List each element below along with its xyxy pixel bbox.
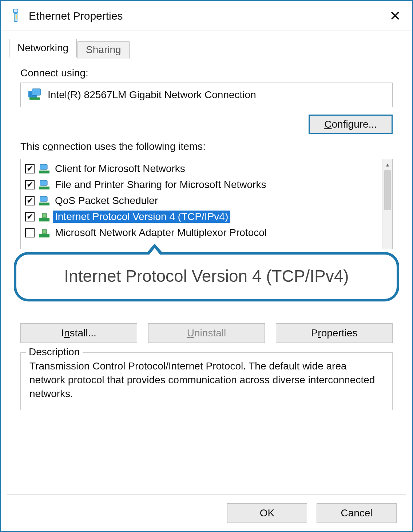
- list-item-label[interactable]: Client for Microsoft Networks: [53, 163, 187, 175]
- svg-rect-6: [29, 97, 40, 100]
- description-text: Transmission Control Protocol/Internet P…: [29, 359, 384, 400]
- callout-bubble: Internet Protocol Version 4 (TCP/IPv4): [14, 252, 399, 301]
- svg-rect-14: [42, 213, 47, 218]
- svg-rect-15: [39, 234, 49, 237]
- items-label: This connection uses the following items…: [20, 141, 393, 152]
- ok-button[interactable]: OK: [227, 503, 307, 523]
- checkbox[interactable]: ✔: [25, 196, 35, 205]
- list-item[interactable]: Microsoft Network Adapter Multiplexor Pr…: [24, 225, 382, 241]
- adapter-icon: [27, 88, 42, 102]
- list-item[interactable]: ✔Client for Microsoft Networks: [24, 161, 382, 177]
- svg-rect-8: [39, 171, 49, 173]
- cancel-button[interactable]: Cancel: [317, 503, 397, 523]
- list-item[interactable]: ✔QoS Packet Scheduler: [24, 193, 382, 209]
- network-client-icon: [38, 195, 51, 206]
- connect-using-label: Connect using:: [20, 67, 393, 79]
- dialog-body: Networking Sharing Connect using: Intel(…: [1, 31, 412, 531]
- checkbox[interactable]: ✔: [25, 180, 35, 189]
- network-client-icon: [38, 163, 51, 174]
- description-title: Description: [26, 346, 83, 358]
- close-button[interactable]: ✕: [386, 9, 404, 23]
- protocol-icon: [38, 211, 51, 222]
- ethernet-properties-dialog: Ethernet Properties ✕ Networking Sharing…: [0, 0, 413, 532]
- configure-label: onfigure...: [331, 119, 377, 130]
- list-item[interactable]: ✔File and Printer Sharing for Microsoft …: [24, 177, 382, 193]
- svg-rect-5: [32, 89, 41, 95]
- svg-rect-9: [40, 180, 47, 185]
- svg-rect-13: [39, 218, 49, 221]
- items-listbox[interactable]: ✔Client for Microsoft Networks✔File and …: [20, 159, 393, 249]
- list-item-label[interactable]: QoS Packet Scheduler: [53, 195, 160, 207]
- network-client-icon: [38, 179, 51, 190]
- install-button[interactable]: Install...: [20, 323, 137, 343]
- adapter-name: Intel(R) 82567LM Gigabit Network Connect…: [48, 89, 256, 101]
- window-title: Ethernet Properties: [29, 10, 386, 22]
- scroll-up-arrow[interactable]: ▴: [382, 159, 392, 169]
- scrollbar[interactable]: ▴: [382, 159, 392, 249]
- tab-sharing[interactable]: Sharing: [78, 41, 130, 59]
- description-group: Description Transmission Control Protoco…: [20, 352, 393, 410]
- list-item[interactable]: ✔Internet Protocol Version 4 (TCP/IPv4): [24, 209, 382, 225]
- callout-wrap: Internet Protocol Version 4 (TCP/IPv4): [20, 254, 393, 314]
- adapter-box[interactable]: Intel(R) 82567LM Gigabit Network Connect…: [20, 83, 393, 107]
- list-item-label[interactable]: Internet Protocol Version 4 (TCP/IPv4): [53, 211, 230, 223]
- uninstall-button: Uninstall: [148, 323, 265, 343]
- networking-panel: Connect using: Intel(R) 82567LM Gigabit …: [7, 57, 406, 495]
- scroll-thumb[interactable]: [384, 170, 391, 210]
- svg-rect-12: [39, 203, 49, 205]
- list-item-label[interactable]: Microsoft Network Adapter Multiplexor Pr…: [53, 227, 269, 239]
- protocol-icon: [38, 227, 51, 238]
- svg-rect-10: [39, 187, 49, 189]
- item-buttons-row: Install... Uninstall Properties: [20, 323, 393, 343]
- tab-row: Networking Sharing: [9, 37, 406, 57]
- properties-button[interactable]: Properties: [276, 323, 393, 343]
- callout-text: Internet Protocol Version 4 (TCP/IPv4): [26, 266, 387, 286]
- svg-rect-3: [16, 15, 17, 19]
- list-item-label[interactable]: File and Printer Sharing for Microsoft N…: [53, 179, 268, 191]
- ethernet-icon: [10, 8, 21, 24]
- checkbox[interactable]: ✔: [25, 212, 35, 221]
- svg-rect-7: [40, 164, 47, 169]
- svg-rect-11: [40, 196, 47, 201]
- svg-rect-0: [13, 9, 18, 13]
- tab-networking[interactable]: Networking: [9, 39, 77, 57]
- svg-rect-2: [15, 15, 15, 19]
- svg-rect-16: [42, 229, 47, 234]
- configure-button[interactable]: Configure...: [309, 115, 393, 134]
- dialog-footer: OK Cancel: [7, 495, 406, 531]
- checkbox[interactable]: [25, 228, 35, 237]
- configure-row: Configure...: [20, 115, 393, 134]
- checkbox[interactable]: ✔: [25, 164, 35, 173]
- titlebar: Ethernet Properties ✕: [1, 1, 412, 31]
